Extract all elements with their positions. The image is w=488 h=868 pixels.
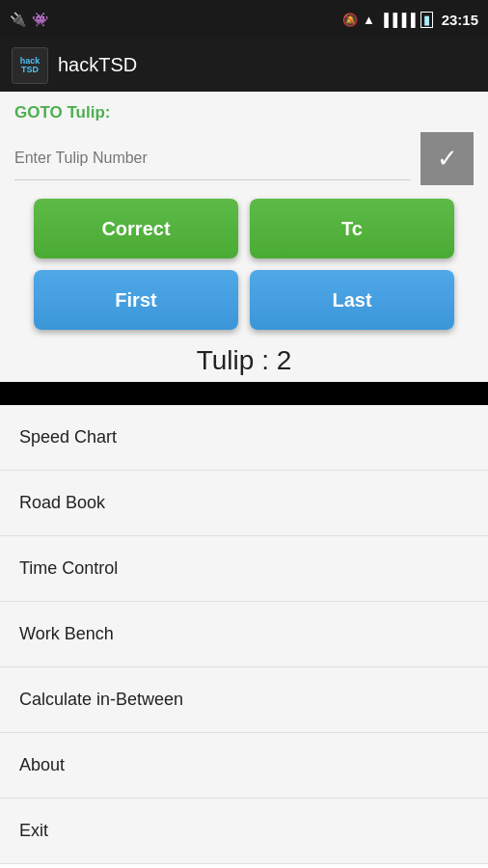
tulip-number-input[interactable] xyxy=(14,138,411,180)
menu-item-road-book[interactable]: Road Book xyxy=(0,471,488,536)
check-button[interactable]: ✓ xyxy=(420,132,474,185)
signal-icon: ▐▐▐▐ xyxy=(380,13,416,27)
correct-button[interactable]: Correct xyxy=(34,199,238,258)
dropdown-menu: Speed Chart Road Book Time Control Work … xyxy=(0,405,488,868)
menu-item-about[interactable]: About xyxy=(0,733,488,799)
time-display: 23:15 xyxy=(442,12,478,28)
app-toolbar: hack TSD hackTSD xyxy=(0,39,488,92)
last-button[interactable]: Last xyxy=(250,270,454,330)
first-button[interactable]: First xyxy=(34,270,238,330)
status-bar: 🔌 👾 🔕 ▲ ▐▐▐▐ ▮ 23:15 xyxy=(0,0,488,39)
mute-icon: 🔕 xyxy=(342,13,358,27)
usb-icon: 🔌 xyxy=(10,12,26,27)
status-bar-left: 🔌 👾 xyxy=(10,12,48,27)
wifi-icon: ▲ xyxy=(363,13,375,27)
action-buttons-grid: Correct Tc First Last xyxy=(14,199,474,330)
status-bar-right: 🔕 ▲ ▐▐▐▐ ▮ 23:15 xyxy=(342,12,478,28)
tc-button[interactable]: Tc xyxy=(250,199,454,258)
goto-label: GOTO Tulip: xyxy=(14,103,474,122)
app-title: hackTSD xyxy=(58,54,137,76)
menu-item-speed-chart[interactable]: Speed Chart xyxy=(0,405,488,471)
headset-icon: 👾 xyxy=(32,12,48,27)
menu-item-work-bench[interactable]: Work Bench xyxy=(0,602,488,667)
input-row: ✓ xyxy=(14,132,474,185)
battery-icon: ▮ xyxy=(420,12,433,28)
app-icon: hack TSD xyxy=(12,47,48,84)
menu-item-exit[interactable]: Exit xyxy=(0,799,488,864)
menu-item-calculate-in-between[interactable]: Calculate in-Between xyxy=(0,667,488,733)
app-icon-tsd-text: TSD xyxy=(21,66,39,74)
menu-item-time-control[interactable]: Time Control xyxy=(0,536,488,602)
tulip-info: Tulip : 2 xyxy=(14,345,474,382)
check-icon: ✓ xyxy=(437,144,458,174)
main-content: GOTO Tulip: ✓ Correct Tc First Last Tuli… xyxy=(0,92,488,382)
